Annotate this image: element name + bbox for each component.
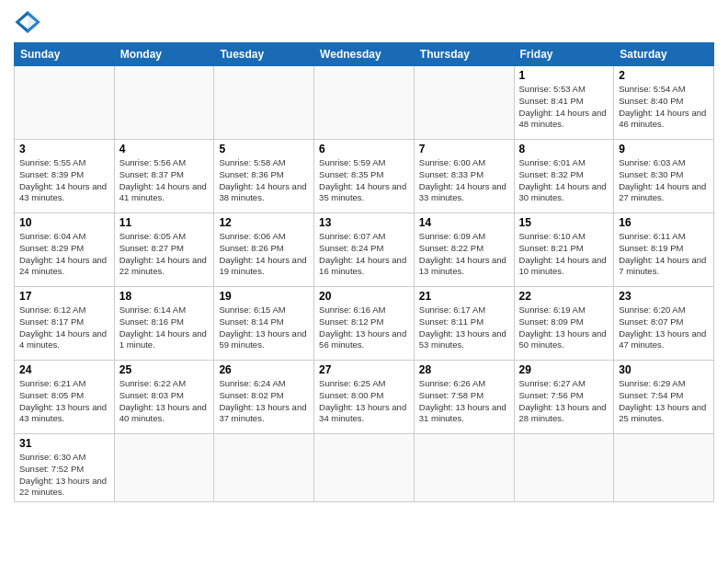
- weekday-header-friday: Friday: [514, 43, 614, 66]
- day-cell: 15Sunrise: 6:10 AM Sunset: 8:21 PM Dayli…: [514, 213, 614, 287]
- day-number: 30: [619, 363, 709, 376]
- day-cell: [414, 66, 514, 140]
- weekday-header-monday: Monday: [114, 43, 214, 66]
- day-info: Sunrise: 6:24 AM Sunset: 8:02 PM Dayligh…: [219, 378, 309, 425]
- day-cell: 24Sunrise: 6:21 AM Sunset: 8:05 PM Dayli…: [15, 361, 115, 434]
- day-info: Sunrise: 6:22 AM Sunset: 8:03 PM Dayligh…: [119, 378, 210, 425]
- day-cell: 7Sunrise: 6:00 AM Sunset: 8:33 PM Daylig…: [414, 140, 514, 213]
- calendar: SundayMondayTuesdayWednesdayThursdayFrid…: [14, 42, 714, 502]
- week-row-6: 31Sunrise: 6:30 AM Sunset: 7:52 PM Dayli…: [15, 434, 714, 502]
- week-row-1: 1Sunrise: 5:53 AM Sunset: 8:41 PM Daylig…: [15, 66, 714, 140]
- day-number: 6: [319, 143, 409, 155]
- day-number: 18: [119, 290, 210, 303]
- day-number: 24: [19, 363, 109, 376]
- day-cell: [314, 434, 415, 502]
- day-cell: 5Sunrise: 5:58 AM Sunset: 8:36 PM Daylig…: [214, 140, 314, 213]
- day-cell: [114, 434, 214, 502]
- day-cell: 22Sunrise: 6:19 AM Sunset: 8:09 PM Dayli…: [514, 287, 614, 361]
- week-row-3: 10Sunrise: 6:04 AM Sunset: 8:29 PM Dayli…: [15, 213, 714, 287]
- day-cell: 30Sunrise: 6:29 AM Sunset: 7:54 PM Dayli…: [614, 361, 714, 434]
- day-cell: 20Sunrise: 6:16 AM Sunset: 8:12 PM Dayli…: [314, 287, 415, 361]
- day-cell: 19Sunrise: 6:15 AM Sunset: 8:14 PM Dayli…: [214, 287, 314, 361]
- day-info: Sunrise: 6:06 AM Sunset: 8:26 PM Dayligh…: [219, 231, 309, 278]
- weekday-header-wednesday: Wednesday: [314, 43, 415, 66]
- day-number: 19: [219, 290, 309, 303]
- day-number: 27: [319, 363, 409, 376]
- day-cell: [15, 66, 115, 140]
- day-info: Sunrise: 6:12 AM Sunset: 8:17 PM Dayligh…: [19, 304, 109, 351]
- weekday-header-row: SundayMondayTuesdayWednesdayThursdayFrid…: [15, 43, 714, 66]
- day-cell: [314, 66, 415, 140]
- day-number: 1: [519, 69, 609, 82]
- week-row-4: 17Sunrise: 6:12 AM Sunset: 8:17 PM Dayli…: [15, 287, 714, 361]
- day-info: Sunrise: 6:01 AM Sunset: 8:32 PM Dayligh…: [519, 157, 609, 204]
- day-cell: [214, 434, 314, 502]
- day-cell: 18Sunrise: 6:14 AM Sunset: 8:16 PM Dayli…: [114, 287, 214, 361]
- day-cell: 23Sunrise: 6:20 AM Sunset: 8:07 PM Dayli…: [614, 287, 714, 361]
- day-info: Sunrise: 6:00 AM Sunset: 8:33 PM Dayligh…: [419, 157, 509, 204]
- day-info: Sunrise: 6:26 AM Sunset: 7:58 PM Dayligh…: [419, 378, 509, 425]
- day-number: 28: [419, 363, 509, 376]
- day-info: Sunrise: 6:29 AM Sunset: 7:54 PM Dayligh…: [619, 378, 709, 425]
- day-cell: 6Sunrise: 5:59 AM Sunset: 8:35 PM Daylig…: [314, 140, 415, 213]
- day-cell: [114, 66, 214, 140]
- day-number: 12: [219, 216, 309, 229]
- day-cell: 11Sunrise: 6:05 AM Sunset: 8:27 PM Dayli…: [114, 213, 214, 287]
- day-info: Sunrise: 6:17 AM Sunset: 8:11 PM Dayligh…: [419, 304, 509, 351]
- day-cell: 17Sunrise: 6:12 AM Sunset: 8:17 PM Dayli…: [15, 287, 115, 361]
- day-number: 16: [619, 216, 709, 229]
- day-number: 20: [319, 290, 409, 303]
- day-cell: [614, 434, 714, 502]
- day-info: Sunrise: 5:58 AM Sunset: 8:36 PM Dayligh…: [219, 157, 309, 204]
- day-number: 23: [619, 290, 709, 303]
- day-cell: 12Sunrise: 6:06 AM Sunset: 8:26 PM Dayli…: [214, 213, 314, 287]
- day-cell: 29Sunrise: 6:27 AM Sunset: 7:56 PM Dayli…: [514, 361, 614, 434]
- day-info: Sunrise: 6:10 AM Sunset: 8:21 PM Dayligh…: [519, 231, 609, 278]
- week-row-2: 3Sunrise: 5:55 AM Sunset: 8:39 PM Daylig…: [15, 140, 714, 213]
- day-info: Sunrise: 6:16 AM Sunset: 8:12 PM Dayligh…: [319, 304, 409, 351]
- day-number: 22: [519, 290, 609, 303]
- day-info: Sunrise: 5:53 AM Sunset: 8:41 PM Dayligh…: [519, 84, 609, 131]
- day-cell: [414, 434, 514, 502]
- day-number: 25: [119, 363, 210, 376]
- day-info: Sunrise: 6:03 AM Sunset: 8:30 PM Dayligh…: [619, 157, 709, 204]
- day-info: Sunrise: 6:15 AM Sunset: 8:14 PM Dayligh…: [219, 304, 309, 351]
- day-number: 3: [19, 143, 109, 155]
- weekday-header-thursday: Thursday: [414, 43, 514, 66]
- day-cell: 9Sunrise: 6:03 AM Sunset: 8:30 PM Daylig…: [614, 140, 714, 213]
- day-info: Sunrise: 6:27 AM Sunset: 7:56 PM Dayligh…: [519, 378, 609, 425]
- day-number: 21: [419, 290, 509, 303]
- day-number: 4: [119, 143, 210, 155]
- logo: [14, 9, 45, 35]
- day-cell: 13Sunrise: 6:07 AM Sunset: 8:24 PM Dayli…: [314, 213, 415, 287]
- day-number: 13: [319, 216, 409, 229]
- day-cell: [514, 434, 614, 502]
- day-cell: 31Sunrise: 6:30 AM Sunset: 7:52 PM Dayli…: [15, 434, 115, 502]
- day-number: 15: [519, 216, 609, 229]
- day-cell: 10Sunrise: 6:04 AM Sunset: 8:29 PM Dayli…: [15, 213, 115, 287]
- day-number: 7: [419, 143, 509, 155]
- day-info: Sunrise: 6:07 AM Sunset: 8:24 PM Dayligh…: [319, 231, 409, 278]
- day-cell: 16Sunrise: 6:11 AM Sunset: 8:19 PM Dayli…: [614, 213, 714, 287]
- day-info: Sunrise: 6:11 AM Sunset: 8:19 PM Dayligh…: [619, 231, 709, 278]
- day-info: Sunrise: 6:25 AM Sunset: 8:00 PM Dayligh…: [319, 378, 409, 425]
- day-cell: 3Sunrise: 5:55 AM Sunset: 8:39 PM Daylig…: [15, 140, 115, 213]
- day-number: 29: [519, 363, 609, 376]
- day-cell: 8Sunrise: 6:01 AM Sunset: 8:32 PM Daylig…: [514, 140, 614, 213]
- day-cell: 1Sunrise: 5:53 AM Sunset: 8:41 PM Daylig…: [514, 66, 614, 140]
- day-number: 9: [619, 143, 709, 155]
- day-info: Sunrise: 6:30 AM Sunset: 7:52 PM Dayligh…: [19, 452, 109, 499]
- day-info: Sunrise: 6:20 AM Sunset: 8:07 PM Dayligh…: [619, 304, 709, 351]
- day-number: 8: [519, 143, 609, 155]
- day-info: Sunrise: 6:09 AM Sunset: 8:22 PM Dayligh…: [419, 231, 509, 278]
- day-cell: 27Sunrise: 6:25 AM Sunset: 8:00 PM Dayli…: [314, 361, 415, 434]
- day-info: Sunrise: 6:05 AM Sunset: 8:27 PM Dayligh…: [119, 231, 210, 278]
- weekday-header-tuesday: Tuesday: [214, 43, 314, 66]
- day-cell: 2Sunrise: 5:54 AM Sunset: 8:40 PM Daylig…: [614, 66, 714, 140]
- day-number: 2: [619, 69, 709, 82]
- day-info: Sunrise: 6:19 AM Sunset: 8:09 PM Dayligh…: [519, 304, 609, 351]
- weekday-header-saturday: Saturday: [614, 43, 714, 66]
- header: [14, 9, 714, 35]
- day-number: 11: [119, 216, 210, 229]
- day-info: Sunrise: 5:54 AM Sunset: 8:40 PM Dayligh…: [619, 84, 709, 131]
